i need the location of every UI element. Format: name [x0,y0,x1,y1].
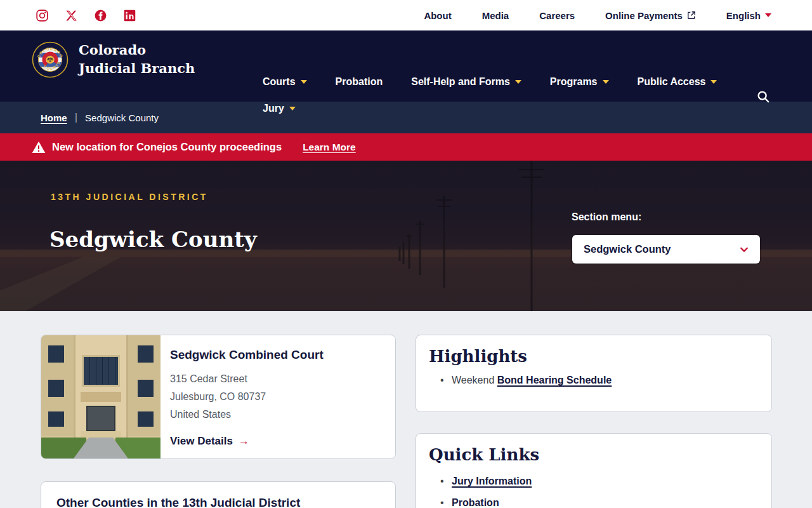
brand[interactable]: COLORADO COURTS Colorado Judicial Branch [32,41,199,78]
chevron-down-icon [289,107,296,110]
alert-banner: New location for Conejos County proceedi… [0,133,812,161]
highlight-item: Weekend Bond Hearing Schedule [452,375,759,386]
nav-programs[interactable]: Programs [550,76,609,88]
chevron-down-icon [515,80,521,84]
probation-link[interactable]: Probation [452,497,499,508]
address-line-1: 315 Cedar Street [170,370,324,388]
courthouse-photo [41,335,160,458]
breadcrumb-current: Sedgwick County [85,112,159,123]
warning-icon [32,141,46,154]
judicial-district-eyebrow: 13TH JUDICIAL DISTRICT [51,192,208,202]
highlights-card: Highlights Weekend Bond Hearing Schedule [416,335,772,412]
breadcrumb-separator: | [75,111,77,124]
top-link-media[interactable]: Media [482,10,509,21]
chevron-down-icon [740,245,749,254]
top-link-careers[interactable]: Careers [539,10,575,21]
facebook-icon[interactable] [94,9,107,22]
linkedin-icon[interactable] [123,9,136,22]
section-menu-dropdown[interactable]: Sedgwick County [572,235,760,264]
section-menu-value: Sedgwick County [584,243,671,255]
top-link-online-payments[interactable]: Online Payments [605,10,696,21]
arrow-right-icon: → [238,434,249,448]
other-counties-title: Other Counties in the 13th Judicial Dist… [56,496,380,508]
alert-message: New location for Conejos County proceedi… [52,141,282,153]
nav-public-access-label: Public Access [638,76,706,88]
nav-probation[interactable]: Probation [336,76,383,88]
colorado-courts-seal-logo: COLORADO COURTS [32,41,69,78]
hero-banner: 13TH JUDICIAL DISTRICT Sedgwick County S… [0,161,812,311]
top-link-about[interactable]: About [424,10,451,21]
nav-courts[interactable]: Courts [263,76,307,88]
chevron-down-icon [301,80,307,84]
address-line-3: United States [170,406,324,424]
online-payments-label: Online Payments [605,10,683,21]
view-details-label: View Details [170,435,233,448]
external-link-icon [687,11,696,20]
social-links [36,9,136,22]
top-links: About Media Careers Online Payments Engl… [424,10,771,21]
jury-information-link[interactable]: Jury Information [452,476,532,486]
bond-hearing-schedule-link[interactable]: Bond Hearing Schedule [497,375,612,385]
nav-self-help-and-forms[interactable]: Self-Help and Forms [411,76,521,88]
language-selector[interactable]: English [726,10,771,21]
chevron-down-icon [710,80,717,84]
section-menu-label: Section menu: [572,211,641,223]
top-utility-bar: About Media Careers Online Payments Engl… [0,0,812,30]
nav-public-access[interactable]: Public Access [638,76,717,88]
court-name: Sedgwick Combined Court [170,348,324,362]
x-twitter-icon[interactable] [65,9,78,22]
quick-links-card: Quick Links Jury Information Probation [416,433,772,508]
chevron-down-icon [765,13,771,17]
search-icon[interactable] [756,90,770,104]
breadcrumb-home-link[interactable]: Home [41,112,67,123]
page-content: Sedgwick Combined Court 315 Cedar Street… [0,311,812,508]
nav-jury-label: Jury [263,103,284,114]
court-address: 315 Cedar Street Julesburg, CO 80737 Uni… [170,370,324,424]
nav-courts-label: Courts [263,76,296,88]
instagram-icon[interactable] [36,9,49,22]
view-details-link[interactable]: View Details → [170,434,249,448]
nav-programs-label: Programs [550,76,598,88]
page-title: Sedgwick County [49,227,257,252]
alert-learn-more-link[interactable]: Learn More [303,142,356,153]
nav-jury[interactable]: Jury [263,103,296,114]
other-counties-card: Other Counties in the 13th Judicial Dist… [41,481,396,508]
quick-link-item: Probation [452,497,759,508]
highlights-title: Highlights [429,347,759,366]
main-header: COLORADO COURTS Colorado Judicial Branch… [0,30,812,102]
main-navigation: Courts Probation Self-Help and Forms Pro… [263,76,751,114]
chevron-down-icon [603,80,609,84]
quick-link-item: Jury Information [452,476,759,487]
address-line-2: Julesburg, CO 80737 [170,388,324,406]
site-title: Colorado Judicial Branch [79,41,199,78]
nav-probation-label: Probation [336,76,383,88]
highlight-item-prefix: Weekend [452,375,497,385]
location-card: Sedgwick Combined Court 315 Cedar Street… [41,335,396,459]
nav-self-help-label: Self-Help and Forms [411,76,510,88]
quick-links-title: Quick Links [429,445,759,464]
language-label: English [726,10,761,21]
